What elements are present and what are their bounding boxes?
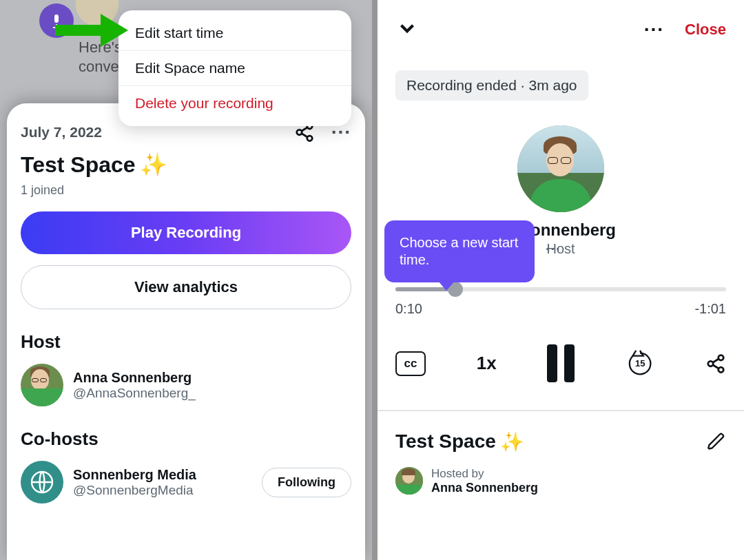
right-screenshot: ··· Close Recording ended · 3m ago Choos… (372, 0, 744, 560)
svg-rect-1 (56, 24, 57, 27)
svg-rect-0 (54, 14, 59, 23)
mic-icon (39, 3, 74, 38)
svg-point-13 (719, 367, 724, 373)
host-more-icon[interactable]: ··· (546, 241, 561, 257)
detail-space-title: Test Space ✨ (395, 431, 524, 453)
skip-forward-15-button[interactable]: 15 (626, 349, 654, 378)
following-button[interactable]: Following (262, 468, 351, 497)
time-slider[interactable]: 0:10 -1:01 (395, 287, 726, 317)
sparkle-icon: ✨ (140, 152, 167, 178)
bg-text-line1: Here's (79, 39, 122, 56)
sparkle-icon: ✨ (500, 431, 524, 453)
edit-title-button[interactable] (707, 432, 726, 451)
svg-point-7 (307, 136, 312, 141)
view-analytics-button[interactable]: View analytics (21, 265, 351, 309)
bg-avatar-hint (76, 0, 118, 26)
left-screenshot: Here's conver Edit start time Edit Space… (0, 0, 372, 560)
options-popup: Edit start time Edit Space name Delete y… (118, 10, 351, 126)
detail-space-title-text: Test Space (395, 431, 496, 453)
collapse-chevron-icon[interactable] (395, 17, 419, 43)
svg-line-15 (713, 364, 719, 368)
space-card: July 7, 2022 ··· Test Space ✨ 1 joined P… (7, 103, 365, 560)
svg-line-14 (713, 359, 719, 362)
skip-seconds-label: 15 (626, 358, 654, 369)
svg-point-11 (719, 355, 724, 360)
svg-line-9 (301, 134, 307, 137)
space-title-text: Test Space (21, 152, 136, 178)
hosted-by-label: Hosted by (431, 467, 538, 481)
share-icon[interactable] (705, 353, 726, 374)
popup-delete-recording[interactable]: Delete your recording (118, 86, 351, 121)
recording-status: Recording ended · 3m ago (395, 70, 588, 101)
host-row[interactable]: Anna Sonnenberg @AnnaSonnenberg_ (21, 364, 351, 406)
more-options-button[interactable]: ··· (644, 19, 664, 41)
host-avatar (21, 364, 63, 406)
cohost-name: Sonnenberg Media (73, 467, 196, 483)
space-title: Test Space ✨ (21, 152, 351, 178)
host-handle: @AnnaSonnenberg_ (73, 386, 196, 401)
hosted-by-row[interactable]: Hosted by Anna Sonnenberg (395, 467, 726, 495)
hosted-by-name: Anna Sonnenberg (431, 481, 538, 495)
time-elapsed: 0:10 (395, 301, 422, 317)
joined-count: 1 joined (21, 183, 351, 198)
player-avatar (517, 125, 604, 212)
time-remaining: -1:01 (694, 301, 726, 317)
start-time-tooltip: Choose a new start time. (384, 220, 535, 282)
playback-speed-button[interactable]: 1x (477, 353, 497, 374)
play-recording-button[interactable]: Play Recording (21, 211, 351, 254)
close-button[interactable]: Close (685, 21, 726, 39)
popup-edit-start-time[interactable]: Edit start time (118, 16, 351, 51)
bg-text-line2: conver (79, 58, 124, 75)
svg-point-12 (708, 361, 714, 366)
cohost-avatar (21, 461, 63, 504)
popup-edit-space-name[interactable]: Edit Space name (118, 51, 351, 86)
cohosts-section-title: Co-hosts (21, 428, 351, 450)
host-name: Anna Sonnenberg (73, 370, 196, 386)
svg-rect-2 (53, 27, 60, 28)
captions-button[interactable]: cc (395, 351, 426, 376)
hosted-by-avatar (395, 467, 423, 495)
space-date: July 7, 2022 (21, 124, 102, 141)
host-section-title: Host (21, 331, 351, 353)
cohost-row[interactable]: Sonnenberg Media @SonnenbergMedia Follow… (21, 461, 351, 504)
pause-button[interactable] (547, 344, 575, 382)
svg-point-6 (296, 129, 302, 135)
svg-line-8 (301, 127, 307, 131)
cohost-handle: @SonnenbergMedia (73, 483, 196, 498)
bg-text: Here's conver (79, 38, 124, 76)
section-divider (378, 410, 744, 411)
